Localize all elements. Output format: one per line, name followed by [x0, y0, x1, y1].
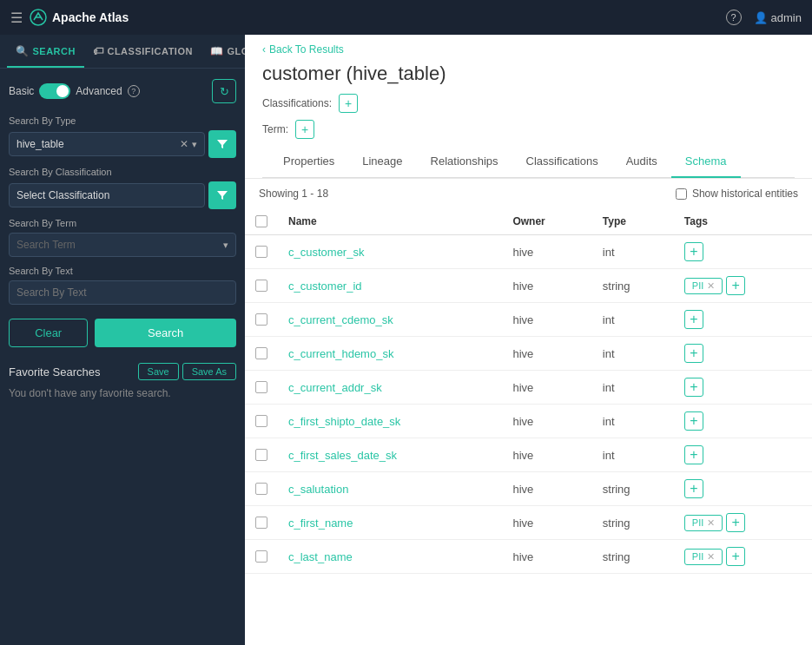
sidebar-item-classification[interactable]: 🏷 CLASSIFICATION: [84, 35, 201, 68]
fav-btn-group: Save Save As: [138, 363, 236, 380]
row-checkbox[interactable]: [255, 550, 267, 563]
add-tag-button[interactable]: +: [684, 479, 703, 498]
admin-icon: 👤: [754, 11, 768, 24]
add-tag-button[interactable]: +: [726, 513, 745, 532]
tab-classifications[interactable]: Classifications: [512, 146, 612, 178]
add-tag-button[interactable]: +: [726, 276, 745, 295]
table-row: c_first_sales_date_skhiveint+: [245, 438, 812, 472]
save-as-favorite-button[interactable]: Save As: [182, 363, 236, 380]
tag-remove-button[interactable]: ✕: [707, 551, 715, 563]
row-name-link[interactable]: c_current_addr_sk: [288, 381, 382, 394]
row-checkbox[interactable]: [255, 280, 267, 292]
row-name-link[interactable]: c_current_hdemo_sk: [288, 347, 393, 360]
tabs: Properties Lineage Relationships Classif…: [262, 146, 795, 178]
row-type: string: [592, 540, 674, 574]
table-header-row: Name Owner Type Tags: [245, 208, 812, 235]
favorite-section: Favorite Searches Save Save As You don't…: [9, 363, 236, 399]
menu-icon[interactable]: ☰: [10, 10, 23, 26]
show-historical-label[interactable]: Show historical entities: [676, 188, 798, 200]
classification-filter-button[interactable]: [208, 181, 236, 209]
row-name-link[interactable]: c_customer_sk: [288, 246, 364, 259]
type-filter-button[interactable]: [208, 130, 236, 158]
sidebar-item-glossary[interactable]: 📖 GLOSSARY: [201, 35, 245, 68]
row-name-link[interactable]: c_salutation: [288, 483, 348, 496]
search-nav-icon: 🔍: [16, 45, 30, 57]
add-tag-button[interactable]: +: [684, 445, 703, 464]
tag-label: PII: [692, 551, 703, 562]
sidebar-item-search-label: SEARCH: [33, 46, 76, 56]
tab-lineage[interactable]: Lineage: [348, 146, 416, 178]
select-all-checkbox[interactable]: [255, 215, 267, 227]
save-favorite-button[interactable]: Save: [138, 363, 179, 380]
add-tag-button[interactable]: +: [684, 242, 703, 261]
row-tags: +: [684, 411, 802, 431]
refresh-button[interactable]: ↻: [212, 79, 236, 103]
add-tag-button[interactable]: +: [684, 378, 703, 397]
clear-button[interactable]: Clear: [9, 319, 88, 347]
sidebar-item-search[interactable]: 🔍 SEARCH: [7, 35, 84, 68]
row-checkbox[interactable]: [255, 449, 267, 461]
row-tags: +: [684, 445, 802, 464]
add-tag-button[interactable]: +: [684, 310, 703, 329]
search-type-field[interactable]: hive_table ✕ ▾: [9, 132, 205, 156]
admin-user[interactable]: 👤 admin: [754, 11, 802, 24]
search-type-value: hive_table: [17, 138, 64, 150]
tab-relationships[interactable]: Relationships: [417, 146, 512, 178]
tab-audits[interactable]: Audits: [612, 146, 671, 178]
add-classification-button[interactable]: +: [339, 94, 358, 113]
search-button[interactable]: Search: [95, 319, 236, 347]
add-tag-button[interactable]: +: [726, 547, 745, 566]
row-checkbox[interactable]: [255, 347, 267, 359]
favorite-title: Favorite Searches: [9, 365, 101, 378]
app-name: Apache Atlas: [52, 10, 129, 24]
row-name-link[interactable]: c_first_name: [288, 517, 353, 530]
row-name-link[interactable]: c_current_cdemo_sk: [288, 313, 393, 326]
row-owner: hive: [502, 540, 591, 574]
row-checkbox[interactable]: [255, 381, 267, 393]
classification-select[interactable]: Select Classification: [9, 183, 205, 207]
row-owner: hive: [502, 405, 591, 438]
sidebar-item-classification-label: CLASSIFICATION: [107, 46, 192, 56]
row-checkbox[interactable]: [255, 517, 267, 529]
tab-schema[interactable]: Schema: [671, 146, 741, 178]
row-name-link[interactable]: c_customer_id: [288, 280, 362, 293]
clear-type-icon[interactable]: ✕: [180, 138, 188, 150]
row-checkbox[interactable]: [255, 246, 267, 258]
search-text-input[interactable]: [9, 280, 236, 305]
favorite-header: Favorite Searches Save Save As: [9, 363, 236, 380]
add-term-button[interactable]: +: [295, 120, 314, 139]
row-type: int: [592, 405, 674, 438]
table-toolbar: Showing 1 - 18 Show historical entities: [245, 179, 812, 208]
back-link-label: Back To Results: [269, 43, 344, 56]
show-historical-checkbox[interactable]: [676, 188, 687, 200]
term-dropdown-icon[interactable]: ▾: [223, 240, 228, 251]
back-link[interactable]: ‹ Back To Results: [262, 43, 795, 56]
row-checkbox[interactable]: [255, 483, 267, 495]
row-name-link[interactable]: c_last_name: [288, 550, 353, 563]
row-checkbox[interactable]: [255, 415, 267, 427]
row-checkbox[interactable]: [255, 313, 267, 326]
sidebar-content: Basic Advanced ? ↻ Search By Type hive_t…: [0, 69, 245, 645]
search-term-field[interactable]: Search Term ▾: [9, 233, 236, 257]
add-tag-button[interactable]: +: [684, 344, 703, 363]
row-name-link[interactable]: c_first_shipto_date_sk: [288, 415, 400, 428]
tag-remove-button[interactable]: ✕: [707, 280, 715, 292]
row-name-link[interactable]: c_first_sales_date_sk: [288, 449, 397, 462]
help-icon[interactable]: ?: [726, 10, 742, 25]
top-bar-left: ☰ Apache Atlas: [10, 9, 129, 26]
main-layout: 🔍 SEARCH 🏷 CLASSIFICATION 📖 GLOSSARY Bas…: [0, 35, 812, 645]
table-row: c_customer_idhivestringPII✕+: [245, 269, 812, 303]
row-type: string: [592, 472, 674, 506]
name-column-header: Name: [278, 208, 502, 235]
basic-advanced-toggle[interactable]: [39, 83, 70, 99]
sidebar-nav: 🔍 SEARCH 🏷 CLASSIFICATION 📖 GLOSSARY: [0, 35, 245, 69]
search-by-term-label: Search By Term: [9, 218, 236, 228]
table-row: c_salutationhivestring+: [245, 472, 812, 506]
tab-properties[interactable]: Properties: [269, 146, 348, 178]
tag-remove-button[interactable]: ✕: [707, 517, 715, 529]
add-tag-button[interactable]: +: [684, 411, 703, 431]
advanced-help-icon[interactable]: ?: [128, 85, 140, 97]
dropdown-icon[interactable]: ▾: [192, 139, 197, 150]
row-tags: PII✕+: [684, 513, 802, 532]
tags-column-header: Tags: [674, 208, 812, 235]
